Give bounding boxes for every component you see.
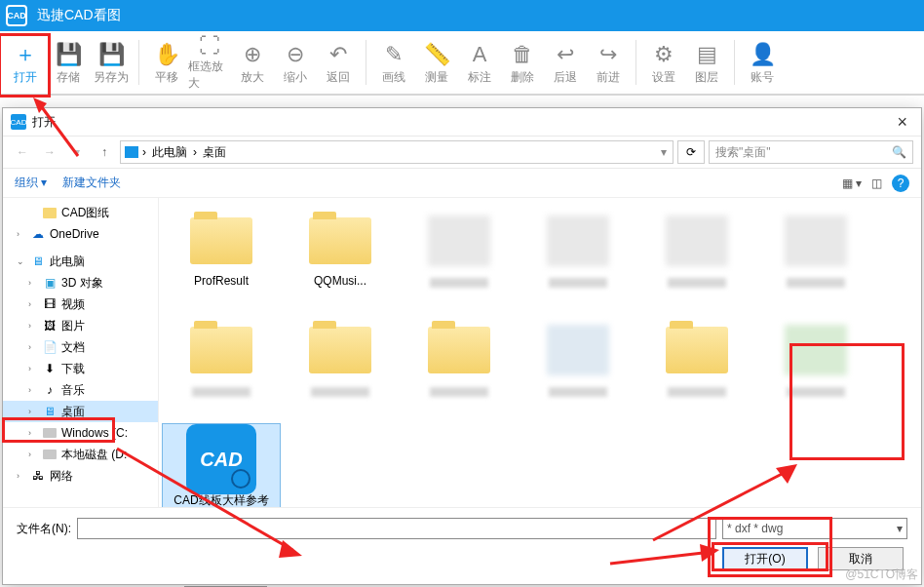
new-folder-button[interactable]: 新建文件夹: [62, 175, 121, 191]
tree-network[interactable]: ›🖧网络: [3, 465, 158, 487]
filename-label: 文件名(N):: [17, 521, 71, 537]
dialog-title: 打开: [32, 114, 56, 131]
refresh-button[interactable]: ⟳: [677, 140, 705, 164]
save-button[interactable]: 💾存储: [47, 34, 90, 91]
file-item-cad-selected[interactable]: CADCAD线板大样参考: [163, 424, 280, 507]
undo-icon: ↩: [557, 40, 574, 69]
file-item[interactable]: [401, 206, 518, 313]
tree-3d-objects[interactable]: ›▣3D 对象: [3, 272, 158, 294]
file-item[interactable]: [638, 315, 755, 422]
file-item[interactable]: [401, 315, 518, 422]
app-title: 迅捷CAD看图: [37, 7, 121, 24]
search-icon: 🔍: [892, 145, 906, 159]
open-button[interactable]: ＋打开: [4, 34, 47, 91]
breadcrumb-current[interactable]: 桌面: [201, 144, 228, 161]
separator: [138, 40, 139, 85]
hand-icon: ✋: [154, 40, 180, 69]
back-icon: ↶: [329, 40, 347, 69]
gear-icon: ⚙: [654, 40, 674, 69]
watermark: @51CTO博客: [845, 567, 918, 583]
dialog-toolbar: 组织 ▾ 新建文件夹 ▦ ▾ ◫ ?: [3, 169, 921, 198]
dialog-titlebar: CAD 打开 ×: [3, 108, 921, 136]
saveas-button[interactable]: 💾另存为: [90, 34, 133, 91]
zoom-in-icon: ⊕: [244, 40, 261, 69]
dialog-bottom: 文件名(N): * dxf * dwg▾ 打开(O) 取消: [3, 507, 921, 584]
zoom-out-icon: ⊖: [287, 40, 304, 69]
breadcrumb[interactable]: › 此电脑 › 桌面 ▾: [120, 140, 674, 164]
main-toolbar: ＋打开 💾存储 💾另存为 ✋平移 ⛶框选放大 ⊕放大 ⊖缩小 ↶返回 ✎画线 📏…: [0, 31, 924, 96]
tree-videos[interactable]: ›🎞视频: [3, 294, 158, 315]
tree-onedrive[interactable]: ›☁OneDrive: [3, 223, 158, 245]
file-item[interactable]: [282, 315, 399, 422]
undo-button[interactable]: ↩后退: [544, 34, 587, 91]
tree-music[interactable]: ›♪音乐: [3, 379, 158, 401]
folder-tree: CAD图纸 ›☁OneDrive ⌄🖥此电脑 ›▣3D 对象 ›🎞视频 ›🖼图片…: [3, 198, 159, 507]
breadcrumb-root[interactable]: 此电脑: [150, 144, 189, 161]
nav-recent-button[interactable]: ▾: [65, 140, 89, 164]
zoom-in-button[interactable]: ⊕放大: [231, 34, 274, 91]
text-icon: A: [473, 40, 487, 69]
tree-downloads[interactable]: ›⬇下载: [3, 358, 158, 379]
redo-icon: ↪: [599, 40, 617, 69]
annotate-button[interactable]: A标注: [458, 34, 501, 91]
file-item[interactable]: [163, 315, 280, 422]
file-open-dialog: CAD 打开 × ← → ▾ ↑ › 此电脑 › 桌面 ▾ ⟳ 搜索"桌面" 🔍…: [2, 107, 922, 585]
pc-icon: [125, 146, 138, 158]
title-bar: CAD 迅捷CAD看图: [0, 0, 924, 31]
save-icon: 💾: [56, 40, 82, 69]
filetype-select[interactable]: * dxf * dwg▾: [722, 518, 907, 539]
file-item[interactable]: [757, 315, 874, 422]
layers-icon: ▤: [697, 40, 717, 69]
file-item[interactable]: [520, 315, 636, 422]
separator: [734, 40, 735, 85]
dialog-app-icon: CAD: [11, 114, 26, 130]
measure-button[interactable]: 📏测量: [415, 34, 458, 91]
pan-button[interactable]: ✋平移: [145, 34, 188, 91]
tree-this-pc[interactable]: ⌄🖥此电脑: [3, 251, 158, 272]
plus-icon: ＋: [15, 40, 36, 69]
tree-cad-drawings[interactable]: CAD图纸: [3, 202, 158, 223]
tree-local-d[interactable]: ›本地磁盘 (D:: [3, 444, 158, 465]
pencil-icon: ✎: [385, 40, 403, 69]
zoom-window-button[interactable]: ⛶框选放大: [188, 34, 231, 91]
file-item[interactable]: [520, 206, 636, 313]
nav-back-button[interactable]: ←: [11, 140, 34, 164]
tree-pictures[interactable]: ›🖼图片: [3, 315, 158, 336]
preview-pane-button[interactable]: ◫: [871, 176, 882, 190]
layers-button[interactable]: ▤图层: [685, 34, 728, 91]
separator: [366, 40, 366, 85]
file-item[interactable]: [638, 206, 755, 313]
file-item-qqmusic[interactable]: QQMusi...: [282, 206, 399, 313]
file-list: ProfResult QQMusi... CADCAD线板大样参考 信...来的…: [159, 198, 921, 507]
open-confirm-button[interactable]: 打开(O): [722, 547, 808, 570]
filename-input[interactable]: [77, 518, 716, 539]
help-button[interactable]: ?: [892, 175, 909, 192]
nav-forward-button[interactable]: →: [38, 140, 61, 164]
file-item[interactable]: [757, 206, 874, 313]
nav-up-button[interactable]: ↑: [93, 140, 116, 164]
separator: [635, 40, 636, 85]
user-icon: 👤: [750, 40, 776, 69]
zoom-window-icon: ⛶: [199, 33, 220, 59]
app-icon: CAD: [6, 5, 27, 26]
line-button[interactable]: ✎画线: [372, 34, 415, 91]
file-item-profresult[interactable]: ProfResult: [163, 206, 280, 313]
tree-windows-c[interactable]: ›Windows (C:: [3, 422, 158, 444]
search-input[interactable]: 搜索"桌面" 🔍: [709, 140, 913, 164]
close-button[interactable]: ×: [891, 112, 913, 133]
organize-menu[interactable]: 组织 ▾: [15, 175, 47, 191]
delete-button[interactable]: 🗑删除: [501, 34, 544, 91]
nav-bar: ← → ▾ ↑ › 此电脑 › 桌面 ▾ ⟳ 搜索"桌面" 🔍: [3, 136, 921, 169]
zoom-out-button[interactable]: ⊖缩小: [274, 34, 317, 91]
search-placeholder: 搜索"桌面": [715, 144, 771, 161]
tree-documents[interactable]: ›📄文档: [3, 336, 158, 358]
back-button[interactable]: ↶返回: [317, 34, 360, 91]
settings-button[interactable]: ⚙设置: [642, 34, 685, 91]
tree-desktop[interactable]: ›🖥桌面: [3, 401, 158, 422]
trash-icon: 🗑: [512, 40, 533, 69]
ruler-icon: 📏: [424, 40, 450, 69]
view-mode-button[interactable]: ▦ ▾: [842, 176, 862, 190]
redo-button[interactable]: ↪前进: [587, 34, 630, 91]
saveas-icon: 💾: [98, 40, 125, 69]
account-button[interactable]: 👤账号: [741, 34, 784, 91]
